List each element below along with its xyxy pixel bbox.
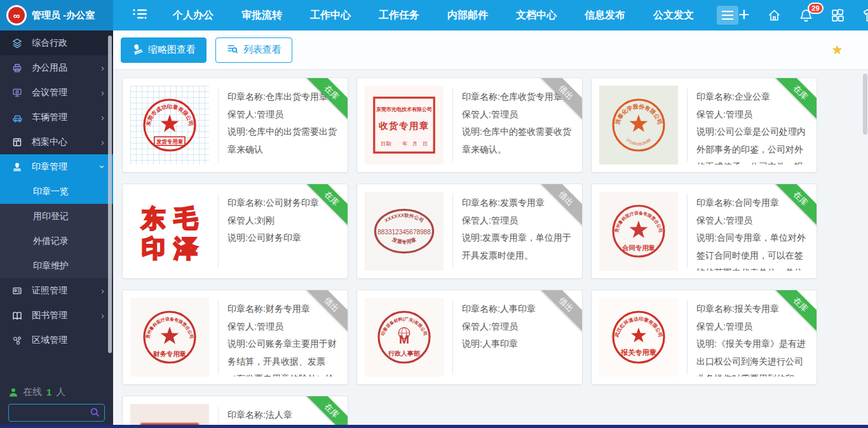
seal-card[interactable]: XXXXXX软件公司 883312345678988 发票专用章 印章名称:发票… (356, 184, 583, 279)
seal-keeper: 保管人:管理员 (462, 318, 574, 336)
seal-card[interactable]: 东莞市光电技术有限公司 收货专用章 日期: 年 月 日 印章名称:仓库收货专用章… (356, 77, 583, 173)
main-nav: 个人办公 审批流转 工作中心 工作任务 内部邮件 文档中心 信息发布 公文发文 (173, 9, 694, 22)
sidebar-item-label: 车辆管理 (32, 112, 67, 123)
chevron-right-icon: › (101, 88, 104, 97)
nav-item-work-center[interactable]: 工作中心 (310, 9, 351, 22)
sidebar-subitem-label: 印章一览 (33, 186, 69, 197)
seal-keeper: 保管人:管理员 (227, 318, 340, 336)
sidebar-item-vehicles[interactable]: 车辆管理 › (0, 105, 113, 130)
divider (452, 300, 453, 374)
search-icon[interactable] (90, 407, 100, 420)
content-area: 缩略图查看 列表查看 ★ 东莞市成功印章有限公司 发货专用章 印 (113, 30, 868, 428)
sidebar-item-label: 会议管理 (32, 87, 67, 98)
chevron-right-icon: › (101, 137, 104, 147)
svg-text:合同专用章: 合同专用章 (621, 244, 655, 251)
seal-keeper: 保管人:刘刚 (227, 212, 340, 230)
online-status: 在线 1 人 (8, 386, 105, 398)
seal-image: 贵州鲁科医疗设备有限责任公司 合同专用章 (599, 192, 678, 271)
sidebar-subitem-lending-records[interactable]: 外借记录 (0, 229, 113, 253)
seal-card[interactable]: 印章设备材料(广东)有限公司 M 行政人事部 印章名称:人事印章 保管人:管理员… (356, 290, 583, 385)
nav-item-info[interactable]: 信息发布 (585, 9, 625, 22)
add-icon[interactable]: + (738, 5, 750, 24)
sidebar-item-library[interactable]: 图书管理 › (0, 303, 113, 328)
seal-desc: 说明:合同专用章，单位对外签订合同时使用，可以在签约的范围内代表单位，单位需承受… (696, 229, 809, 271)
sidebar-item-general-admin[interactable]: 综合行政 (0, 30, 113, 55)
apps-grid-icon[interactable] (831, 8, 845, 23)
nav-item-tasks[interactable]: 工作任务 (379, 9, 419, 22)
seal-card[interactable]: 东莞市成功印章有限公司 发货专用章 印章名称:仓库出货专用章 保管人:管理员 说… (122, 77, 348, 173)
list-view-button[interactable]: 列表查看 (215, 37, 292, 63)
sidebar-item-certificates[interactable]: 证照管理 › (0, 278, 113, 303)
seal-desc: 说明:仓库中的签收需要收货章来确认。 (462, 123, 574, 158)
divider (218, 194, 219, 268)
seal-card[interactable]: 武汉红环速达印章有限公司 报关专用章 印章名称:报关专用章 保管人:管理员 说明… (591, 290, 817, 385)
theme-shirt-icon[interactable] (862, 8, 868, 22)
thumbnail-view-button[interactable]: 缩略图查看 (121, 37, 207, 63)
sidebar: 综合行政 办公用品 › 会议管理 › 车辆管理 › 档案中心 › 印章管理 › … (0, 30, 113, 428)
archive-box-icon (11, 137, 23, 147)
seal-desc: 说明:仓库中的出货需要出货章来确认 (227, 123, 340, 158)
sidebar-item-label: 印章管理 (32, 161, 67, 173)
book-icon (11, 311, 23, 321)
seal-keeper: 保管人:管理员 (696, 318, 809, 336)
content-scrollbar[interactable] (863, 74, 867, 135)
divider (687, 88, 688, 162)
seal-keeper: 保管人:管理员 (696, 212, 809, 230)
nav-item-official-doc[interactable]: 公文发文 (653, 9, 694, 22)
region-nodes-icon (11, 335, 23, 345)
online-user-icon (8, 387, 18, 398)
menu-indent-icon[interactable] (132, 8, 149, 23)
seal-card[interactable]: 贵州鲁科医疗设备有限责任公司 合同专用章 印章名称:合同专用章 保管人:管理员 … (591, 184, 817, 279)
favorite-star-icon[interactable]: ★ (832, 43, 843, 57)
sidebar-scrollbar[interactable] (108, 36, 112, 353)
notifications-bell-icon[interactable]: 29 (799, 8, 813, 23)
chevron-right-icon: › (101, 63, 104, 72)
hamburger-menu-icon[interactable] (717, 6, 738, 25)
seal-image: 印章设备材料(广东)有限公司 M 行政人事部 (365, 298, 444, 377)
sidebar-subitem-label: 印章维护 (33, 260, 69, 272)
sidebar-item-regions[interactable]: 区域管理 (0, 328, 113, 352)
seal-desc: 说明:《报关专用章》是有进出口权公司到海关进行公司业务操作时需要用到的印章，报关… (696, 335, 809, 377)
nav-item-approval[interactable]: 审批流转 (241, 9, 282, 22)
list-view-label: 列表查看 (243, 44, 281, 56)
sidebar-item-label: 办公用品 (32, 62, 67, 74)
svg-text:东莞市光电技术有限公司: 东莞市光电技术有限公司 (376, 106, 432, 112)
top-header: ∞ 管理员 -办公室 个人办公 审批流转 工作中心 工作任务 内部邮件 文档中心… (0, 0, 868, 30)
logo: ∞ (6, 5, 27, 25)
layers-icon (11, 38, 23, 48)
chevron-right-icon: › (101, 286, 104, 295)
sidebar-item-seal-management[interactable]: 印章管理 › (0, 154, 113, 179)
sidebar-item-label: 区域管理 (32, 335, 67, 346)
seal-card[interactable]: 贵州鲁科医疗设备有限责任公司 财务专用章 印章名称:财务专用章 保管人:管理员 … (122, 290, 348, 385)
divider (218, 88, 219, 162)
stamp-icon (11, 162, 23, 172)
car-icon (11, 112, 23, 123)
header-icons: + 29 (738, 7, 868, 24)
seal-card[interactable]: 洪泰化学股份有限公司 3712910918089 印章名称:企业公章 保管人:管… (591, 77, 817, 173)
seal-desc: 说明:发票专用章，单位用于开具发票时使用。 (462, 229, 574, 264)
svg-text:印: 印 (142, 235, 166, 262)
divider (218, 300, 219, 374)
brand-area: ∞ 管理员 -办公室 (0, 0, 113, 30)
printer-icon (11, 63, 23, 73)
sidebar-subitem-seal-maintenance[interactable]: 印章维护 (0, 253, 113, 278)
sidebar-item-office-supplies[interactable]: 办公用品 › (0, 55, 113, 80)
nav-item-mail[interactable]: 内部邮件 (447, 9, 488, 22)
svg-text:3712910918089: 3712910918089 (626, 138, 652, 146)
home-icon[interactable] (767, 8, 782, 22)
seal-image: 贵州鲁科医疗设备有限责任公司 财务专用章 (130, 298, 209, 377)
sidebar-subitem-seal-use-register[interactable]: 用印登记 (0, 204, 113, 229)
sidebar-item-meetings[interactable]: 会议管理 › (0, 80, 113, 105)
seal-card-grid: 东莞市成功印章有限公司 发货专用章 印章名称:仓库出货专用章 保管人:管理员 说… (113, 70, 868, 428)
nav-item-personal[interactable]: 个人办公 (173, 9, 214, 22)
seal-image: XXXXXX软件公司 883312345678988 发票专用章 (365, 192, 444, 271)
sidebar-item-label: 档案中心 (32, 137, 67, 148)
nav-item-docs[interactable]: 文档中心 (516, 9, 557, 22)
sidebar-subitem-seal-list[interactable]: 印章一览 (0, 179, 113, 204)
svg-text:发票专用章: 发票专用章 (391, 236, 417, 245)
window-bottom-border (0, 425, 868, 428)
seal-card[interactable]: 印章名称:法人章 保管人:管理员 在库 (122, 396, 348, 428)
seal-card[interactable]: 毛 泽 东 印 印章名称:公司财务印章 保管人:刘刚 说明:公司财务印章 在库 (122, 184, 348, 279)
seal-desc: 说明:公司公章是公司处理内外部事务的印鉴，公司对外的正式信函、公司文件、报告使.… (696, 123, 809, 164)
sidebar-item-archives[interactable]: 档案中心 › (0, 130, 113, 154)
